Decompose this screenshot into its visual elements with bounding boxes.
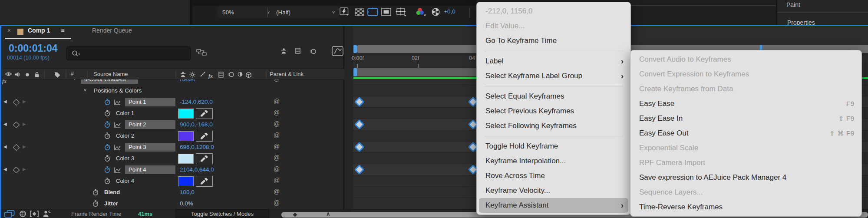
- stopwatch-icon[interactable]: [104, 110, 110, 117]
- context-menu-item-toggle-hold-keyframe[interactable]: Toggle Hold Keyframe: [477, 139, 630, 154]
- toggle-switches-button[interactable]: Toggle Switches / Modes: [175, 209, 269, 218]
- motion-blur-toggle-icon[interactable]: [309, 49, 316, 54]
- context-menu-item-rove-across-time[interactable]: Rove Across Time: [477, 168, 630, 183]
- group-name[interactable]: Positions & Colors: [94, 87, 142, 94]
- property-name[interactable]: Color 2: [116, 132, 134, 139]
- property-name[interactable]: Point 4: [125, 165, 175, 174]
- property-value[interactable]: 696,0,1208,0: [180, 144, 214, 150]
- tab-comp[interactable]: Comp 1: [28, 27, 50, 34]
- close-icon[interactable]: ×: [7, 27, 11, 34]
- next-keyframe-icon[interactable]: ▶: [23, 144, 26, 149]
- keyframe-assistant-item-easy-ease-in[interactable]: Easy Ease In⇧ F9: [630, 111, 861, 126]
- keyframe-assistant-item-easy-ease-out[interactable]: Easy Ease Out⇧ ⌘ F9: [630, 126, 861, 141]
- column-parent-link[interactable]: Parent & Link: [270, 71, 304, 77]
- keyframe-diamond-icon[interactable]: [13, 167, 20, 174]
- graph-editor-icon[interactable]: [332, 46, 343, 56]
- keyframe-assistant-item-easy-ease[interactable]: Easy EaseF9: [630, 96, 861, 111]
- keyframe-icon[interactable]: [354, 96, 364, 107]
- stopwatch-icon[interactable]: [104, 155, 110, 162]
- stopwatch-icon[interactable]: [104, 144, 110, 151]
- chevron-down-icon[interactable]: ∨: [83, 88, 87, 92]
- property-name[interactable]: Point 1: [125, 98, 175, 106]
- property-value[interactable]: 2104,0,644,0: [180, 166, 214, 173]
- stopwatch-icon[interactable]: [104, 132, 110, 139]
- context-menu-item-go-to-keyframe-time[interactable]: Go To Keyframe Time: [477, 33, 630, 48]
- keyframe-diamond-icon[interactable]: [13, 144, 20, 151]
- property-row-point-1[interactable]: ◀▶Point 1-124,0,620,0@: [0, 96, 344, 108]
- stopwatch-icon[interactable]: [104, 166, 110, 173]
- property-name[interactable]: Color 3: [116, 155, 134, 162]
- stopwatch-icon[interactable]: [92, 200, 99, 207]
- transparency-grid-icon[interactable]: [355, 8, 364, 16]
- property-name[interactable]: Point 2: [125, 120, 175, 129]
- next-keyframe-icon[interactable]: ▶: [23, 99, 26, 104]
- property-row-color-4[interactable]: Color 4@: [0, 175, 344, 187]
- keyframe-diamond-icon[interactable]: [13, 122, 20, 129]
- eyedropper-button[interactable]: [196, 131, 213, 142]
- property-row-color-3[interactable]: Color 3@: [0, 153, 344, 164]
- fast-previews-icon[interactable]: [340, 7, 350, 16]
- work-area-handle[interactable]: [353, 68, 357, 76]
- property-value[interactable]: 900,0,-168,0: [180, 121, 213, 128]
- pick-whip-icon[interactable]: @: [274, 120, 280, 127]
- pick-whip-icon[interactable]: @: [274, 188, 280, 195]
- property-name[interactable]: Color 4: [116, 178, 134, 184]
- in-out-handles-icon[interactable]: [30, 210, 39, 218]
- stopwatch-icon[interactable]: [104, 99, 110, 106]
- property-row-jitter[interactable]: Jitter0,0%@: [0, 198, 344, 209]
- property-row-blend[interactable]: Blend100,0@: [0, 187, 344, 198]
- live-update-icon[interactable]: [4, 210, 15, 218]
- keyframe-icon[interactable]: [354, 119, 364, 129]
- pick-whip-icon[interactable]: @: [274, 109, 280, 116]
- keyframe-icon[interactable]: [354, 142, 364, 152]
- prev-keyframe-icon[interactable]: ◀: [3, 144, 7, 149]
- eyedropper-button[interactable]: [196, 108, 213, 119]
- pick-whip-icon[interactable]: @: [274, 154, 280, 161]
- resolution-select[interactable]: (Half) ∨: [271, 6, 340, 18]
- tab-render-queue[interactable]: Render Queue: [92, 27, 132, 34]
- pick-whip-icon[interactable]: @: [274, 132, 280, 139]
- frame-blend-toggle-icon[interactable]: [295, 48, 301, 54]
- property-row-point-4[interactable]: ◀▶Point 42104,0,644,0@: [0, 164, 344, 175]
- property-name[interactable]: Blend: [104, 189, 120, 195]
- color-management-icon[interactable]: [415, 7, 426, 17]
- tab-properties[interactable]: Properties: [787, 19, 815, 25]
- context-menu-item-select-equal-keyframes[interactable]: Select Equal Keyframes: [477, 89, 630, 104]
- property-name[interactable]: Color 1: [116, 110, 134, 116]
- zoom-slider-handle[interactable]: ∧: [326, 211, 330, 217]
- column-source-name[interactable]: Source Name: [93, 71, 128, 77]
- property-row-positions-colors[interactable]: ∨Positions & Colors: [0, 85, 344, 96]
- next-keyframe-icon[interactable]: ▶: [23, 167, 26, 172]
- property-value[interactable]: -124,0,620,0: [180, 99, 213, 105]
- exposure-value[interactable]: +0,0: [444, 8, 455, 15]
- context-menu-item-select-following-keyframes[interactable]: Select Following Keyframes: [477, 119, 630, 133]
- stopwatch-icon[interactable]: [92, 189, 99, 196]
- shy-person-icon[interactable]: [42, 210, 51, 217]
- pick-whip-icon[interactable]: @: [274, 165, 280, 172]
- tab-paint[interactable]: Paint: [786, 1, 800, 8]
- shy-toggle-icon[interactable]: [281, 48, 287, 54]
- pick-whip-icon[interactable]: @: [274, 199, 280, 206]
- prev-keyframe-icon[interactable]: ◀: [3, 167, 7, 172]
- property-row-color-1[interactable]: Color 1@: [0, 108, 344, 119]
- context-menu-item-select-previous-keyframes[interactable]: Select Previous Keyframes: [477, 104, 630, 119]
- mask-visibility-icon[interactable]: [381, 8, 391, 16]
- context-menu-item-keyframe-interpolation[interactable]: Keyframe Interpolation...: [477, 154, 630, 168]
- mini-flowchart-icon[interactable]: [196, 49, 207, 56]
- keyframe-assistant-item-time-reverse-keyframes[interactable]: Time-Reverse Keyframes: [630, 200, 861, 215]
- property-name[interactable]: Point 3: [125, 143, 175, 152]
- color-swatch[interactable]: [178, 109, 194, 119]
- time-navigator-handle[interactable]: [353, 45, 357, 53]
- property-row-point-2[interactable]: ◀▶Point 2900,0,-168,0@: [0, 119, 344, 130]
- context-menu-item-keyframe-assistant[interactable]: Keyframe Assistant›: [479, 198, 628, 213]
- eyedropper-button[interactable]: [196, 176, 213, 187]
- property-value[interactable]: 100,0: [180, 189, 195, 195]
- prev-keyframe-icon[interactable]: ◀: [3, 122, 7, 126]
- panel-menu-icon[interactable]: ≡: [61, 26, 65, 34]
- keyframe-diamond-icon[interactable]: [13, 99, 20, 106]
- pick-whip-icon[interactable]: @: [274, 177, 280, 184]
- next-keyframe-icon[interactable]: ▶: [23, 122, 26, 126]
- exposure-shutter-icon[interactable]: [431, 7, 440, 17]
- stopwatch-icon[interactable]: [104, 121, 110, 128]
- keyframe-assistant-item-save-expression-to-aejuice-pack-manager-4[interactable]: Save expression to AEJuice Pack Manager …: [630, 170, 861, 185]
